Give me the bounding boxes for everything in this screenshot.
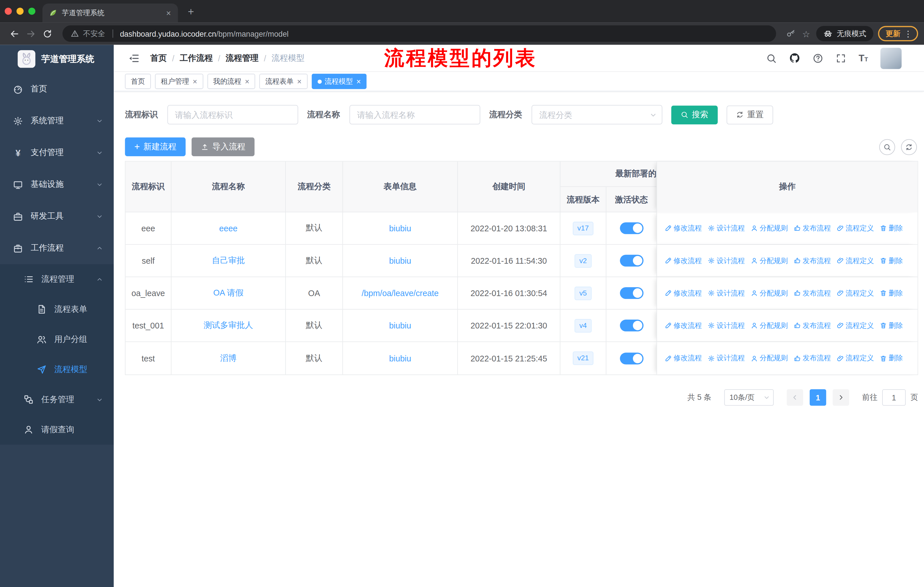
new-tab-button[interactable]: + (184, 5, 198, 19)
tag-close-icon[interactable]: × (245, 78, 249, 85)
action-publish-process[interactable]: 发布流程 (794, 353, 831, 363)
action-assign-rule[interactable]: 分配规则 (751, 256, 788, 266)
window-zoom-button[interactable] (28, 8, 36, 15)
process-name-link[interactable]: 自己审批 (212, 255, 245, 266)
action-process-definition[interactable]: 流程定义 (837, 321, 874, 331)
page-size-select[interactable]: 10条/页 (724, 389, 774, 406)
form-info-link[interactable]: biubiu (389, 321, 411, 330)
sidebar-item-process-management[interactable]: 流程管理 (0, 264, 114, 294)
create-process-button[interactable]: + 新建流程 (125, 137, 186, 156)
sidebar-item-devtools[interactable]: 研发工具 (0, 201, 114, 232)
action-edit-process[interactable]: 修改流程 (665, 353, 702, 363)
sidebar-item-user-group[interactable]: 用户分组 (0, 324, 114, 355)
breadcrumb-item[interactable]: 流程管理 (226, 53, 259, 63)
action-process-definition[interactable]: 流程定义 (837, 256, 874, 266)
browser-update-button[interactable]: 更新 ⋮ (878, 26, 918, 41)
refresh-table-button[interactable] (901, 139, 917, 155)
action-delete[interactable]: 删除 (880, 288, 903, 298)
process-name-link[interactable]: OA 请假 (213, 288, 243, 298)
form-info-link[interactable]: biubiu (389, 223, 411, 233)
goto-page-input[interactable] (882, 389, 906, 406)
action-delete[interactable]: 删除 (880, 223, 903, 233)
window-close-button[interactable] (5, 8, 12, 15)
tag-process-form[interactable]: 流程表单× (259, 74, 308, 89)
sidebar-item-leave-query[interactable]: 请假查询 (0, 415, 114, 445)
action-publish-process[interactable]: 发布流程 (794, 223, 831, 233)
action-delete[interactable]: 删除 (880, 256, 903, 266)
sidebar-item-workflow[interactable]: 工作流程 (0, 232, 114, 264)
tag-close-icon[interactable]: × (356, 78, 361, 85)
action-assign-rule[interactable]: 分配规则 (751, 288, 788, 298)
prev-page-button[interactable] (787, 389, 804, 406)
not-secure-warning-icon[interactable] (71, 30, 79, 38)
tag-home[interactable]: 首页 (125, 74, 151, 89)
current-page-button[interactable]: 1 (810, 389, 826, 406)
window-minimize-button[interactable] (16, 8, 24, 15)
breadcrumb-item[interactable]: 工作流程 (180, 53, 213, 63)
github-icon[interactable] (789, 53, 800, 64)
tag-tenant[interactable]: 租户管理× (155, 74, 203, 89)
process-name-link[interactable]: 滔博 (220, 353, 237, 364)
form-info-link[interactable]: /bpm/oa/leave/create (361, 288, 439, 298)
font-size-icon[interactable]: TT (859, 53, 868, 63)
search-icon[interactable] (766, 53, 777, 63)
action-process-definition[interactable]: 流程定义 (837, 223, 874, 233)
sidebar-item-home[interactable]: 首页 (0, 73, 114, 105)
process-name-link[interactable]: 测试多审批人 (204, 320, 253, 331)
next-page-button[interactable] (833, 389, 849, 406)
fullscreen-icon[interactable] (836, 53, 846, 63)
action-design-process[interactable]: 设计流程 (708, 288, 745, 298)
help-icon[interactable] (813, 53, 823, 63)
action-design-process[interactable]: 设计流程 (708, 256, 745, 266)
form-info-link[interactable]: biubiu (389, 354, 411, 363)
tab-close-icon[interactable]: × (164, 8, 173, 18)
sidebar-item-payment[interactable]: ¥ 支付管理 (0, 137, 114, 169)
tag-close-icon[interactable]: × (193, 78, 197, 85)
back-button[interactable] (6, 25, 23, 42)
active-toggle[interactable] (620, 287, 643, 299)
forward-button[interactable] (22, 25, 39, 42)
avatar[interactable] (881, 48, 902, 69)
action-design-process[interactable]: 设计流程 (708, 223, 745, 233)
tag-close-icon[interactable]: × (297, 78, 302, 85)
sidebar-item-task-management[interactable]: 任务管理 (0, 384, 114, 415)
action-design-process[interactable]: 设计流程 (708, 321, 745, 331)
process-name-input[interactable] (350, 105, 480, 124)
action-assign-rule[interactable]: 分配规则 (751, 353, 788, 363)
browser-tab[interactable]: 芋道管理系统 × (42, 3, 178, 22)
process-name-link[interactable]: eeee (219, 223, 238, 233)
reset-button[interactable]: 重置 (727, 105, 773, 124)
sidebar-collapse-icon[interactable] (128, 52, 140, 64)
reload-button[interactable] (39, 25, 56, 42)
action-design-process[interactable]: 设计流程 (708, 353, 745, 363)
active-toggle[interactable] (620, 255, 643, 266)
tag-my-process[interactable]: 我的流程× (207, 74, 255, 89)
tag-process-model[interactable]: 流程模型× (312, 74, 367, 89)
action-assign-rule[interactable]: 分配规则 (751, 223, 788, 233)
action-edit-process[interactable]: 修改流程 (665, 223, 702, 233)
action-edit-process[interactable]: 修改流程 (665, 321, 702, 331)
action-assign-rule[interactable]: 分配规则 (751, 321, 788, 331)
sidebar-item-process-model[interactable]: 流程模型 (0, 354, 114, 384)
action-edit-process[interactable]: 修改流程 (665, 288, 702, 298)
bookmark-star-icon[interactable]: ☆ (799, 26, 814, 41)
breadcrumb-item[interactable]: 首页 (150, 53, 167, 63)
address-bar[interactable]: 不安全 dashboard.yudao.iocoder.cn/bpm/manag… (63, 25, 776, 42)
import-process-button[interactable]: 导入流程 (191, 137, 255, 156)
search-button[interactable]: 搜索 (671, 105, 718, 124)
action-process-definition[interactable]: 流程定义 (837, 353, 874, 363)
action-edit-process[interactable]: 修改流程 (665, 256, 702, 266)
toggle-search-button[interactable] (879, 139, 895, 155)
sidebar-item-system[interactable]: 系统管理 (0, 105, 114, 137)
action-delete[interactable]: 删除 (880, 321, 903, 331)
action-process-definition[interactable]: 流程定义 (837, 288, 874, 298)
form-info-link[interactable]: biubiu (389, 256, 411, 265)
password-key-icon[interactable] (783, 26, 798, 41)
browser-menu-icon[interactable]: ⋮ (904, 30, 912, 38)
action-publish-process[interactable]: 发布流程 (794, 321, 831, 331)
active-toggle[interactable] (620, 352, 643, 364)
active-toggle[interactable] (620, 319, 643, 331)
action-delete[interactable]: 删除 (880, 353, 903, 363)
action-publish-process[interactable]: 发布流程 (794, 256, 831, 266)
sidebar-item-infra[interactable]: 基础设施 (0, 169, 114, 200)
